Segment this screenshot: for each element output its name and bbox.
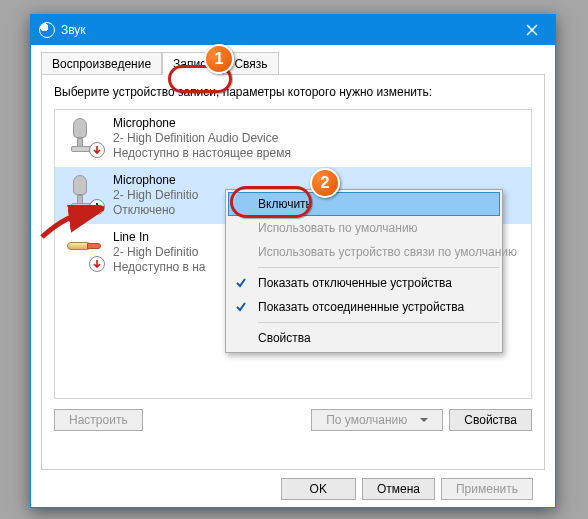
window-title: Звук: [61, 23, 86, 37]
menu-separator: [258, 267, 499, 268]
device-name: Line In: [113, 230, 206, 245]
properties-button[interactable]: Свойства: [449, 409, 532, 431]
menu-show-disabled[interactable]: Показать отключенные устройства: [228, 271, 500, 295]
arrow-down-red-icon: [89, 142, 105, 158]
sound-icon: [39, 22, 55, 38]
apply-button[interactable]: Применить: [441, 478, 533, 500]
close-button[interactable]: [509, 15, 555, 45]
tab-recording[interactable]: Запись: [162, 52, 223, 75]
titlebar[interactable]: Звук: [31, 15, 555, 45]
default-label: По умолчанию: [326, 413, 407, 427]
device-subtitle: 2- High Definitio: [113, 188, 198, 203]
menu-properties[interactable]: Свойства: [228, 326, 500, 350]
device-name: Microphone: [113, 116, 291, 131]
check-icon: [235, 277, 247, 289]
device-status: Недоступно в на: [113, 260, 206, 275]
device-status: Отключено: [113, 203, 198, 218]
microphone-icon: [63, 173, 103, 213]
arrow-down-red-icon: [89, 256, 105, 272]
tab-playback[interactable]: Воспроизведение: [41, 52, 162, 75]
menu-show-disconnected[interactable]: Показать отсоединенные устройства: [228, 295, 500, 319]
ok-button[interactable]: OK: [281, 478, 356, 500]
check-icon: [235, 301, 247, 313]
device-item[interactable]: Microphone 2- High Definition Audio Devi…: [55, 110, 531, 167]
tab-strip: Воспроизведение Запись Связь: [41, 52, 545, 75]
device-status: Недоступно в настоящее время: [113, 146, 291, 161]
instruction-text: Выберите устройство записи, параметры ко…: [54, 85, 532, 99]
menu-separator: [258, 322, 499, 323]
menu-enable[interactable]: Включить: [228, 192, 500, 216]
tab-communication[interactable]: Связь: [223, 52, 278, 75]
default-dropdown[interactable]: По умолчанию: [311, 409, 443, 431]
device-name: Microphone: [113, 173, 198, 188]
linein-icon: [63, 230, 103, 270]
configure-button[interactable]: Настроить: [54, 409, 143, 431]
cancel-button[interactable]: Отмена: [362, 478, 435, 500]
device-subtitle: 2- High Definitio: [113, 245, 206, 260]
menu-use-default[interactable]: Использовать по умолчанию: [228, 216, 500, 240]
device-subtitle: 2- High Definition Audio Device: [113, 131, 291, 146]
chevron-down-icon: [420, 418, 428, 426]
context-menu: Включить Использовать по умолчанию Испол…: [225, 189, 503, 353]
microphone-icon: [63, 116, 103, 156]
close-icon: [526, 24, 538, 36]
menu-use-comm-default[interactable]: Использовать устройство связи по умолчан…: [228, 240, 500, 264]
arrow-down-black-icon: [89, 199, 105, 215]
